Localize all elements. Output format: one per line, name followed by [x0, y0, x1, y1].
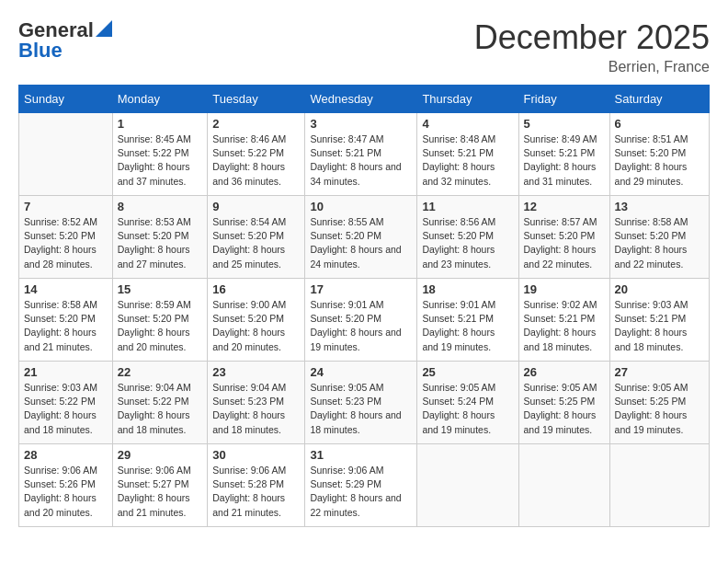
day-number: 16: [212, 282, 300, 296]
day-content: Sunrise: 8:59 AM Sunset: 5:20 PM Dayligh…: [118, 298, 203, 354]
day-cell: 27Sunrise: 9:05 AM Sunset: 5:25 PM Dayli…: [609, 362, 709, 444]
day-content: Sunrise: 8:47 AM Sunset: 5:21 PM Dayligh…: [310, 132, 412, 189]
day-cell: [19, 113, 113, 196]
day-number: 5: [524, 117, 605, 131]
day-cell: 14Sunrise: 8:58 AM Sunset: 5:20 PM Dayli…: [19, 279, 113, 362]
day-number: 8: [118, 200, 203, 213]
day-content: Sunrise: 9:05 AM Sunset: 5:25 PM Dayligh…: [615, 381, 704, 437]
day-content: Sunrise: 9:03 AM Sunset: 5:21 PM Dayligh…: [615, 298, 704, 354]
day-cell: [518, 444, 609, 527]
day-content: Sunrise: 8:52 AM Sunset: 5:20 PM Dayligh…: [24, 215, 108, 271]
col-header-tuesday: Tuesday: [208, 86, 305, 113]
day-cell: 30Sunrise: 9:06 AM Sunset: 5:28 PM Dayli…: [208, 444, 305, 527]
day-number: 28: [24, 448, 108, 462]
day-content: Sunrise: 8:45 AM Sunset: 5:22 PM Dayligh…: [118, 132, 203, 189]
day-content: Sunrise: 9:03 AM Sunset: 5:22 PM Dayligh…: [24, 381, 108, 437]
col-header-monday: Monday: [112, 86, 208, 113]
day-cell: 26Sunrise: 9:05 AM Sunset: 5:25 PM Dayli…: [518, 362, 609, 444]
page-subtitle: Berrien, France: [474, 59, 710, 75]
day-content: Sunrise: 9:01 AM Sunset: 5:20 PM Dayligh…: [310, 298, 412, 354]
day-number: 10: [310, 200, 412, 213]
page-header: General Blue December 2025 Berrien, Fran…: [18, 18, 710, 75]
day-number: 3: [310, 117, 412, 131]
day-cell: 4Sunrise: 8:48 AM Sunset: 5:21 PM Daylig…: [417, 113, 518, 196]
day-number: 19: [524, 282, 605, 296]
day-content: Sunrise: 9:06 AM Sunset: 5:27 PM Dayligh…: [118, 464, 203, 520]
logo-icon: [96, 20, 112, 37]
day-number: 22: [118, 365, 203, 379]
col-header-thursday: Thursday: [417, 86, 518, 113]
day-cell: 28Sunrise: 9:06 AM Sunset: 5:26 PM Dayli…: [19, 444, 113, 527]
day-cell: 7Sunrise: 8:52 AM Sunset: 5:20 PM Daylig…: [19, 196, 113, 279]
day-cell: 5Sunrise: 8:49 AM Sunset: 5:21 PM Daylig…: [518, 113, 609, 196]
day-content: Sunrise: 9:05 AM Sunset: 5:23 PM Dayligh…: [310, 381, 412, 437]
day-content: Sunrise: 8:49 AM Sunset: 5:21 PM Dayligh…: [524, 132, 605, 189]
day-cell: 29Sunrise: 9:06 AM Sunset: 5:27 PM Dayli…: [112, 444, 208, 527]
day-number: 13: [615, 200, 704, 213]
logo-blue: Blue: [18, 39, 63, 63]
day-cell: 19Sunrise: 9:02 AM Sunset: 5:21 PM Dayli…: [518, 279, 609, 362]
day-number: 18: [422, 282, 513, 296]
day-number: 7: [24, 200, 108, 213]
day-cell: 23Sunrise: 9:04 AM Sunset: 5:23 PM Dayli…: [208, 362, 305, 444]
day-content: Sunrise: 8:58 AM Sunset: 5:20 PM Dayligh…: [615, 215, 704, 271]
day-cell: 31Sunrise: 9:06 AM Sunset: 5:29 PM Dayli…: [305, 444, 417, 527]
day-content: Sunrise: 9:06 AM Sunset: 5:29 PM Dayligh…: [310, 464, 412, 520]
col-header-sunday: Sunday: [19, 86, 113, 113]
day-number: 9: [212, 200, 300, 213]
day-content: Sunrise: 9:00 AM Sunset: 5:20 PM Dayligh…: [212, 298, 300, 354]
day-content: Sunrise: 8:57 AM Sunset: 5:20 PM Dayligh…: [524, 215, 605, 271]
week-row-2: 7Sunrise: 8:52 AM Sunset: 5:20 PM Daylig…: [19, 196, 710, 279]
day-cell: 2Sunrise: 8:46 AM Sunset: 5:22 PM Daylig…: [208, 113, 305, 196]
day-cell: [609, 444, 709, 527]
day-cell: 17Sunrise: 9:01 AM Sunset: 5:20 PM Dayli…: [305, 279, 417, 362]
day-cell: 25Sunrise: 9:05 AM Sunset: 5:24 PM Dayli…: [417, 362, 518, 444]
day-number: 29: [118, 448, 203, 462]
day-number: 2: [212, 117, 300, 131]
calendar-table: SundayMondayTuesdayWednesdayThursdayFrid…: [18, 85, 710, 527]
day-number: 1: [118, 117, 203, 131]
col-header-friday: Friday: [518, 86, 609, 113]
col-header-saturday: Saturday: [609, 86, 709, 113]
week-row-1: 1Sunrise: 8:45 AM Sunset: 5:22 PM Daylig…: [19, 113, 710, 196]
day-content: Sunrise: 8:58 AM Sunset: 5:20 PM Dayligh…: [24, 298, 108, 354]
day-number: 23: [212, 365, 300, 379]
day-cell: 16Sunrise: 9:00 AM Sunset: 5:20 PM Dayli…: [208, 279, 305, 362]
day-content: Sunrise: 8:48 AM Sunset: 5:21 PM Dayligh…: [422, 132, 513, 189]
day-number: 24: [310, 365, 412, 379]
day-cell: 22Sunrise: 9:04 AM Sunset: 5:22 PM Dayli…: [112, 362, 208, 444]
day-number: 4: [422, 117, 513, 131]
day-cell: 15Sunrise: 8:59 AM Sunset: 5:20 PM Dayli…: [112, 279, 208, 362]
week-row-3: 14Sunrise: 8:58 AM Sunset: 5:20 PM Dayli…: [19, 279, 710, 362]
day-content: Sunrise: 9:05 AM Sunset: 5:24 PM Dayligh…: [422, 381, 513, 437]
day-number: 21: [24, 365, 108, 379]
col-header-wednesday: Wednesday: [305, 86, 417, 113]
day-cell: 8Sunrise: 8:53 AM Sunset: 5:20 PM Daylig…: [112, 196, 208, 279]
svg-marker-0: [96, 20, 112, 37]
day-number: 11: [422, 200, 513, 213]
day-content: Sunrise: 9:05 AM Sunset: 5:25 PM Dayligh…: [524, 381, 605, 437]
day-number: 26: [524, 365, 605, 379]
day-content: Sunrise: 8:46 AM Sunset: 5:22 PM Dayligh…: [212, 132, 300, 189]
day-cell: 12Sunrise: 8:57 AM Sunset: 5:20 PM Dayli…: [518, 196, 609, 279]
day-number: 14: [24, 282, 108, 296]
day-cell: 1Sunrise: 8:45 AM Sunset: 5:22 PM Daylig…: [112, 113, 208, 196]
title-block: December 2025 Berrien, France: [474, 18, 710, 75]
day-cell: 24Sunrise: 9:05 AM Sunset: 5:23 PM Dayli…: [305, 362, 417, 444]
day-number: 31: [310, 448, 412, 462]
day-content: Sunrise: 8:53 AM Sunset: 5:20 PM Dayligh…: [118, 215, 203, 271]
day-content: Sunrise: 9:02 AM Sunset: 5:21 PM Dayligh…: [524, 298, 605, 354]
page-title: December 2025: [474, 18, 710, 57]
day-number: 17: [310, 282, 412, 296]
day-content: Sunrise: 9:01 AM Sunset: 5:21 PM Dayligh…: [422, 298, 513, 354]
day-cell: [417, 444, 518, 527]
day-content: Sunrise: 8:54 AM Sunset: 5:20 PM Dayligh…: [212, 215, 300, 271]
day-number: 20: [615, 282, 704, 296]
day-cell: 9Sunrise: 8:54 AM Sunset: 5:20 PM Daylig…: [208, 196, 305, 279]
day-cell: 11Sunrise: 8:56 AM Sunset: 5:20 PM Dayli…: [417, 196, 518, 279]
day-cell: 13Sunrise: 8:58 AM Sunset: 5:20 PM Dayli…: [609, 196, 709, 279]
day-number: 27: [615, 365, 704, 379]
day-content: Sunrise: 8:51 AM Sunset: 5:20 PM Dayligh…: [615, 132, 704, 189]
day-number: 12: [524, 200, 605, 213]
day-cell: 6Sunrise: 8:51 AM Sunset: 5:20 PM Daylig…: [609, 113, 709, 196]
